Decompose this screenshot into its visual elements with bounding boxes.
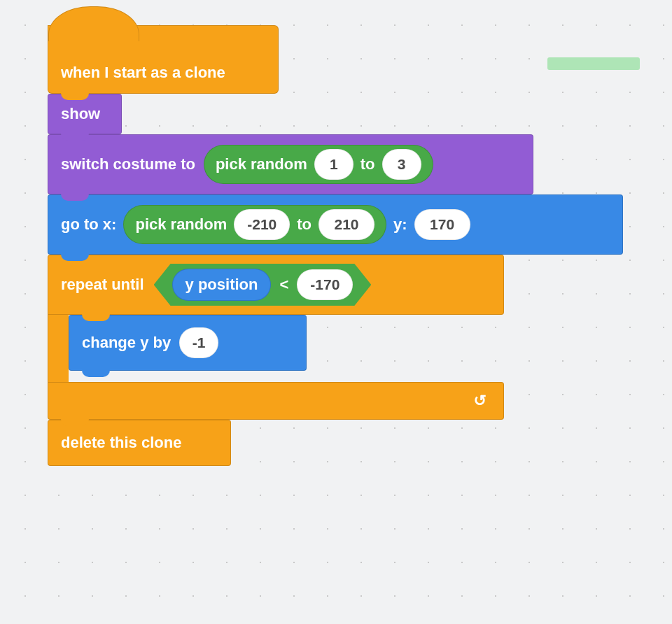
delete-clone-label: delete this clone [61,434,181,452]
input-goto-y[interactable]: 170 [414,209,470,240]
repeat-until-bottom[interactable]: ↻ [48,382,504,420]
repeat-until-top[interactable]: repeat until y position < -170 [48,255,504,315]
input-random-to[interactable]: 3 [382,149,421,180]
block-show[interactable]: show [48,94,122,134]
y-position-label: y position [186,276,258,294]
show-label: show [61,105,100,123]
operator-lt: < [279,276,288,294]
reporter-pick-random-x[interactable]: pick random -210 to 210 [123,205,386,244]
input-compare-value[interactable]: -170 [297,269,353,300]
repeat-until-label: repeat until [61,276,144,294]
block-go-to-xy[interactable]: go to x: pick random -210 to 210 y: 170 [48,194,623,255]
hat-when-start-as-clone[interactable]: when I start as a clone [48,25,279,94]
block-change-y-by[interactable]: change y by -1 [69,315,307,371]
hat-bump [48,6,139,41]
switch-costume-label: switch costume to [61,155,195,173]
loop-arrow-icon: ↻ [474,392,486,410]
hat-label: when I start as a clone [61,64,225,82]
goto-y-label: y: [393,215,407,234]
boolean-less-than[interactable]: y position < -170 [154,264,372,306]
change-y-label: change y by [82,334,171,352]
input-random-x-from[interactable]: -210 [234,209,290,240]
goto-x-label: go to x: [61,215,116,234]
block-switch-costume[interactable]: switch costume to pick random 1 to 3 [48,134,533,194]
reporter-pick-random-costume[interactable]: pick random 1 to 3 [204,145,433,184]
block-delete-this-clone[interactable]: delete this clone [48,420,231,466]
c-block-repeat-until[interactable]: repeat until y position < -170 change y … [48,255,504,420]
reporter-y-position[interactable]: y position [172,269,272,301]
input-change-y-value[interactable]: -1 [179,327,218,358]
block-stack: when I start as a clone show switch cost… [48,25,623,466]
pick-random-to-label-2: to [297,215,312,234]
input-random-x-to[interactable]: 210 [318,209,374,240]
pick-random-to-label: to [360,155,375,173]
pick-random-label: pick random [216,155,307,173]
input-random-from[interactable]: 1 [314,149,354,180]
pick-random-label-2: pick random [135,215,227,234]
